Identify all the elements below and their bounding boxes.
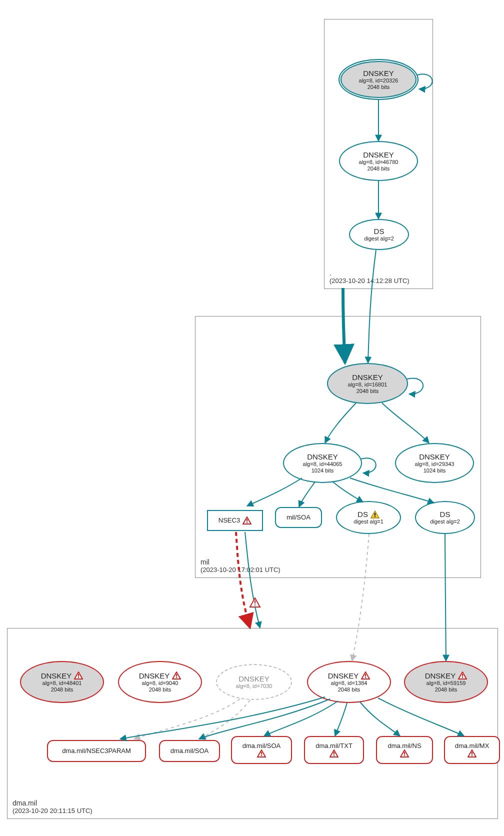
node-title: DNSKEY	[238, 674, 270, 683]
svg-rect-14	[365, 677, 366, 678]
zone-mil-label: mil (2023-10-20 17:02:01 UTC)	[200, 558, 280, 574]
zone-timestamp: (2023-10-20 17:02:01 UTC)	[200, 566, 280, 574]
node-title: DNSKEY	[419, 452, 450, 461]
svg-rect-19	[261, 752, 262, 754]
warning-icon	[370, 510, 380, 518]
svg-rect-11	[176, 677, 177, 678]
svg-rect-29	[472, 755, 472, 756]
zone-root-label: . (2023-10-20 14:12:28 UTC)	[330, 269, 410, 284]
error-icon	[458, 672, 467, 680]
error-icon	[468, 750, 476, 758]
svg-rect-4	[374, 513, 376, 516]
node-sub2: 2048 bits	[368, 84, 390, 90]
node-mil-nsec3[interactable]: NSEC3	[207, 510, 263, 531]
diagram-canvas: . (2023-10-20 14:12:28 UTC) mil (2023-10…	[0, 0, 504, 836]
svg-rect-20	[261, 755, 262, 756]
node-title: DNSKEY	[139, 672, 170, 680]
node-title: dma.mil/NS	[388, 742, 421, 750]
node-sub2: 2048 bits	[51, 686, 74, 693]
svg-rect-26	[404, 755, 405, 756]
node-root-ds[interactable]: DS digest alg=2	[349, 219, 409, 250]
node-sub2: 2048 bits	[149, 686, 172, 693]
error-icon	[330, 750, 338, 758]
node-dma-txt[interactable]: dma.mil/TXT	[304, 736, 364, 764]
node-title: DS	[440, 510, 450, 518]
svg-rect-28	[472, 752, 472, 754]
zone-name: dma.mil	[12, 799, 92, 807]
zone-timestamp: (2023-10-20 20:11:15 UTC)	[12, 807, 92, 814]
node-dma-k59159[interactable]: DNSKEY alg=8, id=59159 2048 bits	[404, 661, 488, 703]
node-title: dma.mil/SOA	[242, 742, 281, 750]
error-icon	[361, 672, 370, 680]
svg-rect-31	[254, 600, 256, 604]
svg-rect-5	[374, 516, 376, 517]
node-root-ksk[interactable]: DNSKEY alg=8, id=20326 2048 bits	[338, 59, 418, 100]
node-sub2: 2048 bits	[368, 166, 390, 172]
node-sub: alg=8, id=48401	[42, 680, 82, 686]
error-icon	[242, 516, 252, 524]
node-title: DNSKEY	[41, 672, 72, 680]
svg-rect-7	[78, 674, 79, 676]
zone-dma: dma.mil (2023-10-20 20:11:15 UTC)	[7, 628, 498, 819]
node-root-zsk[interactable]: DNSKEY alg=8, id=46780 2048 bits	[339, 141, 418, 181]
node-mil-ds1[interactable]: DS digest alg=1	[336, 501, 401, 534]
node-title: DNSKEY	[363, 150, 394, 159]
node-title: DNSKEY	[425, 672, 456, 680]
node-dma-soa-a[interactable]: dma.mil/SOA	[159, 740, 220, 762]
node-mil-zsk[interactable]: DNSKEY alg=8, id=44065 1024 bits	[283, 443, 362, 483]
error-icon	[257, 750, 266, 758]
svg-rect-8	[78, 677, 79, 678]
node-mil-ksk[interactable]: DNSKEY alg=8, id=16801 2048 bits	[327, 363, 408, 404]
node-title: mil/SOA	[286, 514, 310, 522]
node-dma-soa-b[interactable]: dma.mil/SOA	[231, 736, 292, 764]
node-sub: alg=8, id=20326	[359, 78, 398, 84]
svg-rect-17	[462, 677, 463, 678]
svg-rect-10	[176, 674, 177, 676]
node-sub: alg=8, id=44065	[303, 461, 342, 468]
node-title: NSEC3	[218, 517, 240, 524]
error-icon	[172, 672, 181, 680]
node-title: DNSKEY	[328, 672, 359, 680]
zone-dma-label: dma.mil (2023-10-20 20:11:15 UTC)	[12, 799, 92, 814]
svg-rect-25	[404, 752, 405, 754]
node-title: DNSKEY	[363, 69, 394, 78]
node-sub: digest alg=1	[354, 518, 384, 525]
node-title: dma.mil/NSEC3PARAM	[62, 748, 131, 755]
node-title: DNSKEY	[307, 452, 338, 461]
node-dma-k1384[interactable]: DNSKEY alg=8, id=1384 2048 bits	[307, 661, 391, 703]
node-dma-mx[interactable]: dma.mil/MX	[444, 736, 500, 764]
svg-rect-16	[462, 674, 463, 676]
svg-rect-2	[246, 522, 248, 523]
node-sub: alg=8, id=1384	[331, 680, 368, 686]
node-sub: alg=8, id=7030	[236, 683, 272, 690]
node-mil-ds2[interactable]: DS digest alg=2	[415, 501, 475, 534]
node-title: dma.mil/TXT	[316, 742, 352, 750]
node-title: DS	[374, 227, 384, 236]
node-title: DS	[358, 510, 368, 518]
node-title: dma.mil/SOA	[170, 748, 209, 755]
error-icon	[400, 750, 409, 758]
node-sub: alg=8, id=29343	[415, 461, 454, 468]
zone-name: mil	[200, 558, 280, 566]
node-title: dma.mil/MX	[455, 742, 490, 750]
svg-rect-1	[246, 519, 248, 522]
svg-rect-23	[334, 755, 334, 756]
node-dma-ns[interactable]: dma.mil/NS	[376, 736, 433, 764]
node-dma-k48401[interactable]: DNSKEY alg=8, id=48401 2048 bits	[20, 661, 104, 703]
svg-rect-13	[365, 674, 366, 676]
node-mil-zsk2[interactable]: DNSKEY alg=8, id=29343 1024 bits	[395, 443, 474, 483]
node-sub: alg=8, id=9040	[142, 680, 178, 686]
node-dma-k7030[interactable]: DNSKEY alg=8, id=7030	[216, 664, 292, 700]
node-dma-nsec3param[interactable]: dma.mil/NSEC3PARAM	[47, 740, 146, 762]
node-sub: alg=8, id=16801	[348, 382, 388, 388]
node-sub2: 1024 bits	[312, 468, 334, 474]
node-sub2: 1024 bits	[424, 468, 446, 474]
svg-rect-32	[254, 604, 256, 606]
node-sub2: 2048 bits	[435, 686, 458, 693]
node-sub: alg=8, id=46780	[359, 159, 398, 166]
node-mil-soa[interactable]: mil/SOA	[275, 507, 322, 528]
node-sub: alg=8, id=59159	[426, 680, 466, 686]
node-dma-k9040[interactable]: DNSKEY alg=8, id=9040 2048 bits	[118, 661, 202, 703]
node-sub2: 2048 bits	[356, 388, 379, 394]
node-sub: digest alg=2	[430, 518, 460, 525]
